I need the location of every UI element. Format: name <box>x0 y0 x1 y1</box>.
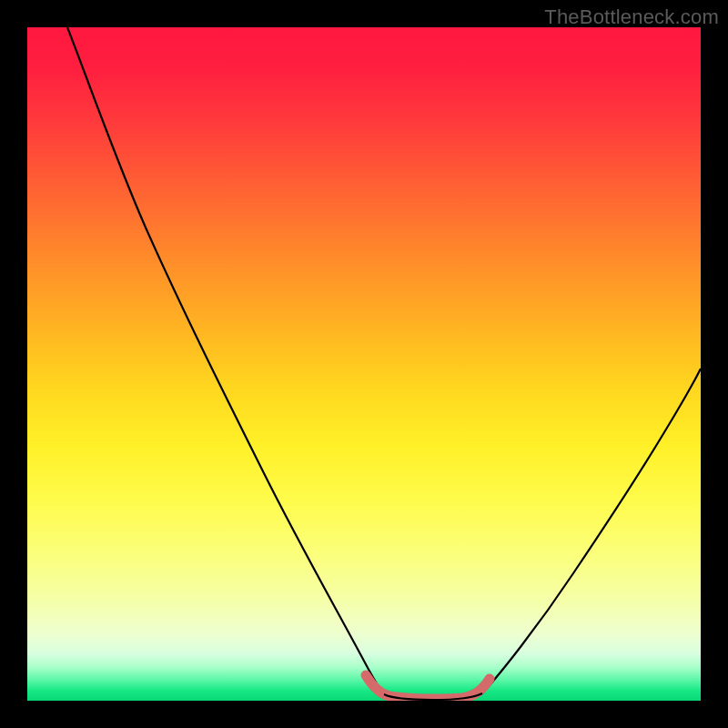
watermark-text: TheBottleneck.com <box>544 5 719 29</box>
right-curve <box>482 369 701 693</box>
left-curve <box>67 27 384 694</box>
chart-frame: TheBottleneck.com <box>0 0 728 728</box>
plot-area <box>27 27 701 701</box>
curves-svg <box>27 27 701 701</box>
